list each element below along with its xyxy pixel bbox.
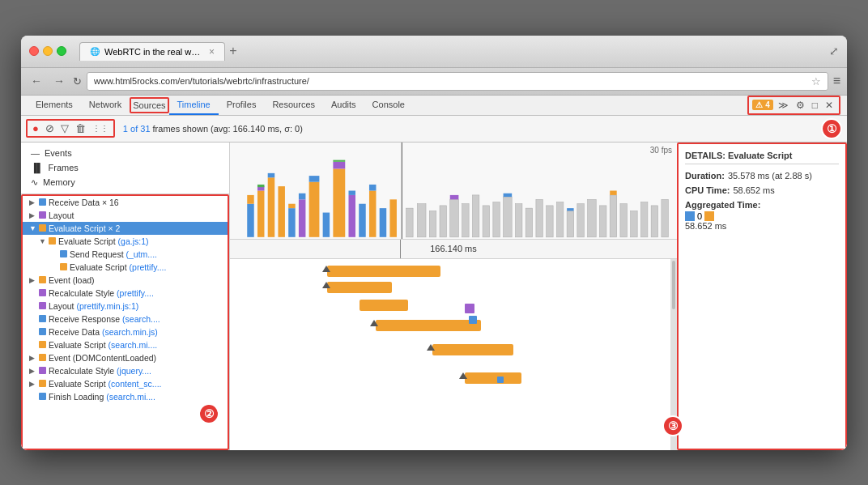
filter-button[interactable]: ▽ bbox=[58, 121, 71, 135]
tab-close-icon[interactable]: × bbox=[209, 46, 215, 57]
new-tab-button[interactable]: + bbox=[225, 43, 241, 59]
frames-info: 1 of 31 frames shown (avg: 166.140 ms, σ… bbox=[123, 124, 303, 134]
minimize-button[interactable] bbox=[43, 46, 53, 56]
flame-row bbox=[376, 320, 481, 331]
timeline-main: 30 fps bbox=[230, 143, 677, 450]
list-item[interactable]: ▶ Receive Response (search.... bbox=[23, 313, 228, 325]
toolbar-controls: ● ⊘ ▽ 🗑 ⋮⋮ bbox=[26, 119, 115, 138]
close-button[interactable] bbox=[29, 46, 39, 56]
back-button[interactable]: ← bbox=[28, 73, 45, 89]
color-indicator bbox=[39, 367, 46, 374]
flame-row bbox=[465, 372, 521, 384]
color-indicator bbox=[39, 198, 46, 206]
close-devtools-button[interactable]: ✕ bbox=[823, 99, 836, 112]
list-item[interactable]: ▶ Event (load) bbox=[23, 274, 228, 287]
browser-tab[interactable]: 🌐 WebRTC in the real world... × bbox=[79, 42, 225, 61]
detail-cpu-inline: CPU Time: 58.652 ms bbox=[685, 185, 839, 195]
flame-marker bbox=[427, 344, 435, 351]
details-title: DETAILS: Evaluate Script bbox=[685, 151, 839, 164]
sidebar-item-events[interactable]: — Events bbox=[21, 146, 229, 160]
maximize-button[interactable] bbox=[57, 46, 66, 56]
panel-toggle-button[interactable]: □ bbox=[810, 99, 820, 112]
list-item[interactable]: ▶ Finish Loading (search.mi.... bbox=[23, 390, 228, 403]
tab-profiles[interactable]: Profiles bbox=[219, 96, 265, 115]
flame-chart-area: 30 fps bbox=[230, 143, 677, 240]
color-indicator bbox=[39, 224, 46, 232]
expander-icon[interactable]: ▶ bbox=[29, 211, 39, 219]
color-indicator bbox=[60, 263, 67, 270]
svg-rect-50 bbox=[450, 194, 459, 198]
ruler-label: 166.140 ms bbox=[430, 244, 476, 253]
tab-sources[interactable]: Sources bbox=[130, 97, 168, 113]
list-item[interactable]: ▶ Recalculate Style (jquery.... bbox=[23, 364, 228, 377]
bookmark-icon[interactable]: ☆ bbox=[811, 75, 821, 87]
list-item[interactable]: ▶ Evaluate Script (prettify.... bbox=[23, 261, 228, 274]
item-label: Receive Data × 16 bbox=[49, 198, 119, 207]
clear-button[interactable]: ⊘ bbox=[43, 121, 57, 135]
delete-button[interactable]: 🗑 bbox=[73, 121, 88, 135]
url-bar[interactable]: www.html5rocks.com/en/tutorials/webrtc/i… bbox=[87, 72, 828, 91]
svg-rect-40 bbox=[567, 211, 573, 236]
list-item[interactable]: ▶ Evaluate Script (search.mi.... bbox=[23, 338, 228, 351]
timeline-ruler: 166.140 ms bbox=[230, 240, 677, 259]
expander-icon[interactable]: ▶ bbox=[29, 367, 39, 375]
menu-icon[interactable]: ≡ bbox=[833, 74, 840, 88]
list-item[interactable]: ▶ Layout (prettify.min.js:1) bbox=[23, 300, 228, 313]
svg-rect-33 bbox=[493, 202, 500, 236]
list-item[interactable]: ▼ Evaluate Script (ga.js:1) bbox=[23, 235, 228, 248]
frames-link[interactable]: 1 of 31 bbox=[123, 124, 151, 134]
left-panel-outline: ② ▶ Receive Data × 16 ▶ Layout ▼ bbox=[21, 194, 229, 450]
svg-rect-43 bbox=[599, 205, 606, 236]
record-button[interactable]: ● bbox=[30, 121, 41, 135]
sidebar-item-memory[interactable]: ∿ Memory bbox=[21, 175, 229, 190]
tab-network[interactable]: Network bbox=[81, 96, 130, 115]
flame-row bbox=[469, 316, 477, 324]
svg-rect-13 bbox=[309, 181, 320, 236]
expander-icon[interactable]: ▼ bbox=[29, 224, 39, 232]
list-item[interactable]: ▶ Evaluate Script (content_sc.... bbox=[23, 377, 228, 390]
svg-rect-25 bbox=[406, 208, 413, 237]
list-item[interactable]: ▶ Recalculate Style (prettify.... bbox=[23, 287, 228, 300]
expand-button[interactable]: ⤢ bbox=[829, 45, 839, 57]
tab-audits[interactable]: Audits bbox=[323, 96, 364, 115]
traffic-lights bbox=[29, 46, 66, 56]
execute-button[interactable]: ≫ bbox=[776, 99, 791, 112]
svg-rect-34 bbox=[504, 197, 513, 237]
flame-row bbox=[465, 304, 474, 313]
expander-icon[interactable]: ▶ bbox=[29, 276, 39, 284]
svg-rect-54 bbox=[257, 184, 264, 186]
list-item[interactable]: ▶ Event (DOMContentLoaded) bbox=[23, 351, 228, 364]
list-item-selected[interactable]: ▼ Evaluate Script × 2 bbox=[23, 222, 228, 235]
item-label: Receive Data (search.min.js) bbox=[49, 327, 158, 337]
svg-rect-36 bbox=[525, 208, 532, 237]
detail-duration-row: Duration: 35.578 ms (at 2.88 s) bbox=[685, 171, 839, 181]
more-button[interactable]: ⋮⋮ bbox=[90, 123, 111, 134]
flame-chart-svg bbox=[230, 143, 677, 239]
svg-rect-41 bbox=[577, 203, 584, 236]
expander-icon[interactable]: ▶ bbox=[29, 198, 39, 206]
sidebar-item-frames[interactable]: ▐▌ Frames bbox=[21, 160, 229, 175]
forward-button[interactable]: → bbox=[50, 73, 68, 89]
tab-elements[interactable]: Elements bbox=[28, 96, 81, 115]
svg-rect-21 bbox=[369, 190, 376, 236]
expander-icon[interactable]: ▼ bbox=[39, 237, 49, 245]
list-item[interactable]: ▶ Send Request (_utm.... bbox=[23, 248, 228, 261]
list-item[interactable]: ▶ Layout bbox=[23, 209, 228, 222]
refresh-button[interactable]: ↻ bbox=[73, 75, 82, 87]
tab-resources[interactable]: Resources bbox=[264, 96, 323, 115]
tab-console[interactable]: Console bbox=[364, 96, 413, 115]
settings-gear-icon[interactable]: ⚙ bbox=[794, 99, 807, 112]
list-item[interactable]: ▶ Receive Data × 16 bbox=[23, 196, 228, 209]
item-label: Receive Response (search.... bbox=[49, 314, 160, 324]
list-item[interactable]: ▶ Receive Data (search.min.js) bbox=[23, 325, 228, 338]
tab-timeline[interactable]: Timeline bbox=[169, 96, 219, 115]
expander-icon[interactable]: ▶ bbox=[29, 380, 39, 388]
expander-icon[interactable]: ▶ bbox=[29, 354, 39, 362]
svg-rect-49 bbox=[662, 199, 668, 237]
title-bar: 🌐 WebRTC in the real world... × + ⤢ bbox=[21, 36, 847, 68]
scrollbar-thumb[interactable] bbox=[672, 261, 675, 309]
item-label: Event (load) bbox=[49, 275, 95, 285]
warning-badge: ⚠ 4 bbox=[752, 100, 772, 110]
item-label: Layout (prettify.min.js:1) bbox=[49, 301, 138, 311]
svg-rect-19 bbox=[348, 190, 355, 194]
